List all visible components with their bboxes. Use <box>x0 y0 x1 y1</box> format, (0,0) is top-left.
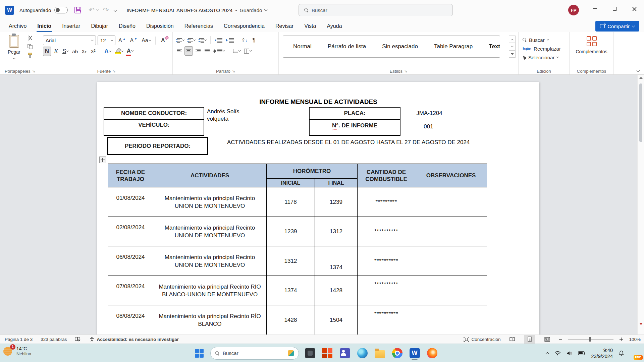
start-button[interactable] <box>193 346 206 361</box>
save-icon[interactable] <box>74 7 81 13</box>
taskbar-edge-icon[interactable] <box>356 346 369 361</box>
plate-report-table[interactable]: PLACA: N°. DE INFORME <box>309 107 400 136</box>
font-size-select[interactable]: 12 <box>98 36 115 45</box>
report-no-value[interactable]: 001 <box>401 120 456 134</box>
document-heading[interactable]: INFORME MENSUAL DE ACTIVIDADES <box>97 98 539 106</box>
align-right-button[interactable] <box>194 46 202 56</box>
multilevel-list-button[interactable] <box>198 36 208 45</box>
zoom-slider[interactable] <box>568 339 613 340</box>
cell-date[interactable]: 06/08/2024 <box>108 246 153 276</box>
cell-initial[interactable]: 1312 <box>267 246 315 276</box>
clear-formatting-button[interactable]: A <box>159 36 167 45</box>
col-header-fuel[interactable]: CANTIDAD DE COMBUSTIBLE <box>358 164 415 187</box>
plate-value[interactable]: JMA-1204 <box>401 107 458 120</box>
vehicle-label[interactable]: VEHÍCULO: <box>104 120 204 134</box>
cell-observations[interactable] <box>415 246 487 276</box>
report-no-label[interactable]: N°. DE INFORME <box>310 120 400 134</box>
cell-fuel[interactable]: ********** <box>358 246 415 276</box>
change-case-button[interactable]: Aa <box>140 36 152 45</box>
minimize-button[interactable] <box>586 0 603 17</box>
document-title-area[interactable]: INFORME MENSUAL ANDRES AGOSTO 2024 • Gua… <box>126 7 267 13</box>
conductor-vehicle-table[interactable]: NOMBRE CONDUCTOR: VEHÍCULO: <box>104 107 204 136</box>
style-item[interactable]: Sin espaciado <box>382 43 418 50</box>
cell-fuel[interactable]: ********** <box>358 276 415 305</box>
cell-observations[interactable] <box>415 276 487 305</box>
wifi-icon[interactable] <box>554 351 561 356</box>
cell-activity[interactable]: Mantenimiento vía principal Recinto RÍO … <box>153 305 267 335</box>
tab-referencias[interactable]: Referencias <box>180 21 218 31</box>
tab-vista[interactable]: Vista <box>300 21 321 31</box>
table-move-handle-icon[interactable] <box>99 157 106 163</box>
cell-final[interactable]: 1239 <box>315 187 358 217</box>
cell-final[interactable]: 1428 <box>315 276 358 305</box>
tab-ayuda[interactable]: Ayuda <box>322 21 346 31</box>
col-header-initial[interactable]: INICIAL <box>267 179 315 187</box>
tray-chevron-up-icon[interactable] <box>546 351 549 355</box>
col-header-horometer[interactable]: HORÓMETRO <box>267 164 358 179</box>
highlight-button[interactable] <box>113 47 124 56</box>
period-label-box[interactable]: PERIODO REPORTADO: <box>107 137 208 155</box>
format-painter-icon[interactable] <box>28 53 33 58</box>
style-item[interactable]: Texto indeper <box>489 43 500 50</box>
tab-archivo[interactable]: Archivo <box>4 21 31 31</box>
taskbar-word-icon[interactable]: W <box>408 346 421 361</box>
share-button[interactable]: Compartir <box>595 21 639 32</box>
line-spacing-button[interactable] <box>212 46 226 56</box>
select-button[interactable]: Seleccionar <box>519 53 569 62</box>
grow-font-button[interactable]: A▲ <box>117 36 127 45</box>
zoom-out-icon[interactable] <box>559 339 562 340</box>
cell-final[interactable]: 1312 <box>315 217 358 246</box>
titlebar-search-box[interactable]: Buscar <box>299 4 453 16</box>
styles-gallery-more-icon[interactable] <box>509 50 516 58</box>
plate-label[interactable]: PLACA: <box>310 108 400 120</box>
conductor-label[interactable]: NOMBRE CONDUCTOR: <box>104 108 204 120</box>
scrollbar-thumb[interactable] <box>639 83 642 142</box>
cell-initial[interactable]: 1374 <box>267 276 315 305</box>
replace-button[interactable]: b⇄cReemplazar <box>519 44 569 53</box>
text-effects-button[interactable]: A <box>103 47 112 56</box>
decrease-indent-button[interactable] <box>213 36 224 45</box>
cell-observations[interactable] <box>415 217 487 246</box>
numbering-button[interactable] <box>186 36 197 45</box>
col-header-observations[interactable]: OBSERVACIONES <box>415 164 487 187</box>
cell-date[interactable]: 01/08/2024 <box>108 187 153 217</box>
copilot-icon[interactable]: PRE <box>630 348 640 358</box>
avatar[interactable]: FP <box>568 5 579 15</box>
taskbar-teams-icon[interactable] <box>338 346 351 361</box>
dialog-launcher-icon[interactable]: ↘ <box>404 69 407 73</box>
shading-button[interactable] <box>232 46 242 56</box>
undo-icon[interactable]: ↶ <box>89 6 95 14</box>
page-count[interactable]: Página 1 de 3 <box>5 337 33 342</box>
weather-widget[interactable]: 1 14°C Neblina <box>3 346 31 356</box>
taskbar-photos-dark-icon[interactable] <box>304 346 316 361</box>
styles-scroll-down-icon[interactable] <box>509 43 516 50</box>
italic-button[interactable]: K <box>52 47 60 56</box>
dialog-launcher-icon[interactable]: ↘ <box>32 69 35 73</box>
style-item[interactable]: Párrafo de lista <box>328 43 366 50</box>
clock[interactable]: 9:40 23/9/2024 <box>591 347 613 359</box>
cell-final[interactable]: 1504 <box>315 305 358 335</box>
col-header-activities[interactable]: ACTIVIDADES <box>153 164 267 187</box>
bold-button[interactable]: N <box>43 47 51 56</box>
cell-activity[interactable]: Mantenimiento vía principal Recinto UNIO… <box>153 187 267 217</box>
cell-activity[interactable]: Mantenimiento vía principal Recinto UNIO… <box>153 246 267 276</box>
bullets-button[interactable] <box>175 36 185 45</box>
cell-observations[interactable] <box>415 187 487 217</box>
align-left-button[interactable] <box>175 46 183 56</box>
word-count[interactable]: 323 palabras <box>41 337 67 342</box>
col-header-date[interactable]: FECHA DE TRABAJO <box>108 164 153 187</box>
focus-mode-button[interactable]: Concentración <box>464 337 500 342</box>
print-layout-button[interactable] <box>524 335 535 344</box>
tab-inicio[interactable]: Inicio <box>33 21 56 31</box>
autosave-toggle[interactable] <box>54 7 68 13</box>
shrink-font-button[interactable]: A▼ <box>129 36 139 45</box>
web-layout-button[interactable] <box>541 335 553 344</box>
styles-scroll-up-icon[interactable] <box>509 36 516 43</box>
tab-correspondencia[interactable]: Correspondencia <box>219 21 269 31</box>
read-mode-button[interactable] <box>506 335 518 344</box>
quick-access-chevron-icon[interactable] <box>114 8 117 12</box>
undo-chevron-icon[interactable] <box>96 8 99 11</box>
cut-icon[interactable] <box>28 36 33 41</box>
conductor-value[interactable]: Andrés Solís volqueta <box>207 108 239 123</box>
battery-icon[interactable] <box>578 351 585 355</box>
